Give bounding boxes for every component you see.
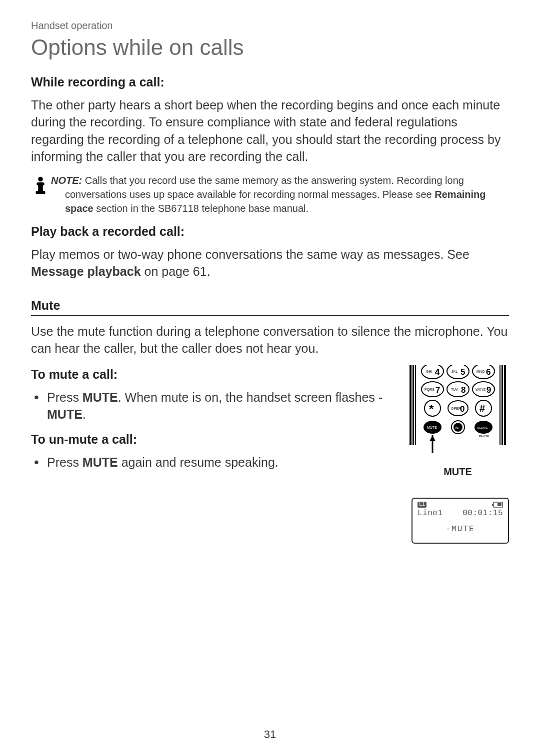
svg-text:OPER: OPER: [451, 407, 461, 410]
svg-text:PQRS: PQRS: [424, 388, 434, 392]
svg-rect-47: [498, 503, 502, 506]
lcd-screen: L1 Line1 00:01:15 -MUTE: [412, 498, 509, 544]
paragraph-recording: The other party hears a short beep when …: [31, 96, 509, 165]
info-icon: [31, 175, 50, 194]
li2-c: again and resume speaking.: [118, 455, 278, 469]
keypad-diagram: GHI 4 JKL 5 MNO 6 PQRS 7: [409, 365, 506, 465]
svg-marker-44: [430, 435, 436, 441]
svg-text:GHI: GHI: [426, 370, 432, 373]
svg-text:INT: INT: [455, 426, 460, 429]
svg-rect-6: [415, 365, 416, 445]
note-text: NOTE: Calls that you record use the same…: [51, 173, 509, 215]
svg-text:6: 6: [486, 367, 490, 377]
note-t2: section in the SB67118 telephone base ma…: [94, 203, 308, 214]
playback-bold: Message playback: [31, 264, 141, 278]
svg-point-13: [447, 365, 469, 379]
breadcrumb: Handset operation: [31, 20, 509, 31]
list-item: Press MUTE. When mute is on, the handset…: [31, 389, 396, 423]
svg-point-10: [422, 365, 444, 379]
svg-text:JKL: JKL: [452, 370, 458, 373]
svg-text:4: 4: [435, 367, 440, 377]
heading-to-unmute: To un-mute a call:: [31, 432, 396, 447]
svg-rect-4: [410, 365, 412, 445]
page-number: 31: [0, 728, 540, 741]
svg-text:7: 7: [436, 385, 440, 395]
li1-c: . When mute is on, the handset screen fl…: [118, 390, 378, 404]
lcd-status: -MUTE: [418, 525, 503, 534]
lcd-timer: 00:01:15: [462, 509, 503, 518]
heading-mute: Mute: [31, 298, 509, 316]
paragraph-playback: Play memos or two-way phone conversation…: [31, 246, 509, 280]
heading-playback: Play back a recorded call:: [31, 224, 509, 239]
svg-text:PAUSE: PAUSE: [479, 435, 489, 438]
list-item: Press MUTE again and resume speaking.: [31, 454, 396, 471]
svg-text:*: *: [429, 402, 434, 416]
note-label: NOTE:: [51, 175, 82, 186]
note-t1: Calls that you record use the same memor…: [65, 175, 464, 200]
li2-a: Press: [47, 455, 82, 469]
svg-text:REDIAL: REDIAL: [477, 426, 488, 429]
svg-text:9: 9: [486, 385, 491, 395]
svg-text:TUV: TUV: [451, 388, 458, 391]
svg-text:#: #: [480, 403, 485, 414]
svg-text:8: 8: [461, 385, 466, 395]
keypad-mute-label: MUTE: [444, 466, 472, 478]
svg-rect-8: [502, 365, 503, 445]
note-block: NOTE: Calls that you record use the same…: [31, 173, 509, 215]
svg-rect-9: [500, 365, 500, 445]
li2-b: MUTE: [82, 455, 118, 469]
svg-text:MUTE: MUTE: [427, 426, 437, 429]
svg-text:0: 0: [460, 404, 464, 414]
heading-recording: While recording a call:: [31, 75, 509, 89]
svg-rect-2: [38, 182, 43, 192]
paragraph-mute-intro: Use the mute function during a telephone…: [31, 323, 509, 357]
battery-icon: [492, 502, 503, 508]
svg-point-0: [38, 177, 43, 182]
page-title: Options while on calls: [31, 34, 509, 61]
heading-to-mute: To mute a call:: [31, 367, 396, 382]
lcd-line-label: Line1: [418, 509, 443, 518]
playback-t2: on page 61.: [141, 264, 210, 278]
svg-text:5: 5: [460, 367, 465, 377]
playback-t1: Play memos or two-way phone conversation…: [31, 247, 470, 261]
li1-b: MUTE: [82, 390, 118, 404]
li1-a: Press: [47, 390, 82, 404]
svg-rect-7: [504, 365, 506, 445]
svg-rect-3: [36, 191, 46, 194]
lcd-line-icon: L1: [418, 502, 426, 508]
svg-rect-5: [412, 365, 414, 445]
li1-e: .: [82, 407, 86, 421]
svg-text:MNO: MNO: [476, 370, 485, 373]
svg-text:WXYZ: WXYZ: [476, 388, 486, 391]
